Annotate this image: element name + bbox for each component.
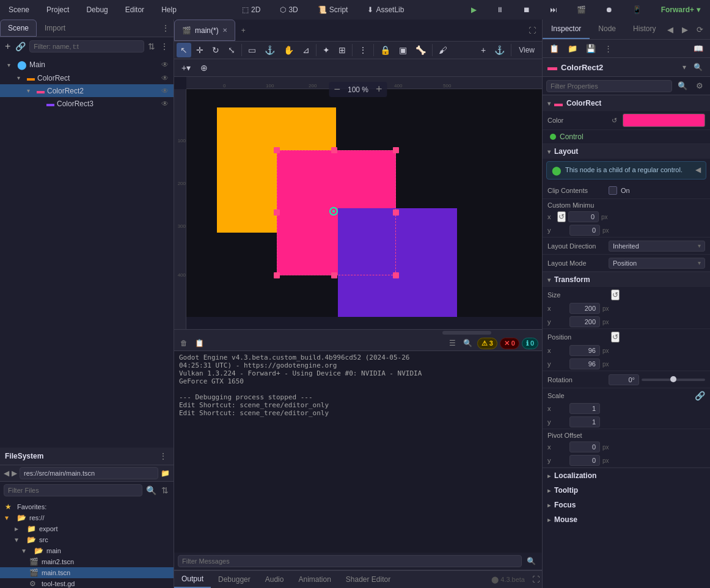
renderer-button[interactable]: Forward+ ▾ — [656, 4, 705, 15]
tree-item-colorrect3[interactable]: ▾ ▬ ColorRect3 👁 — [0, 97, 174, 110]
purple-rect[interactable] — [338, 208, 457, 317]
tooltip-section-header[interactable]: ▸ Tooltip — [543, 483, 710, 498]
tree-item-colorrect2[interactable]: ▾ ▬ ColorRect2 👁 — [0, 84, 174, 97]
tree-item-colorrect[interactable]: ▾ ▬ ColorRect 👁 — [0, 71, 174, 84]
bone-tool[interactable]: 🦴 — [412, 43, 430, 57]
inspector-home-button[interactable]: ⟳ — [694, 23, 706, 36]
deploy-button[interactable]: 📱 — [628, 4, 646, 15]
step-button[interactable]: ⏭ — [545, 4, 562, 15]
select-tool[interactable]: ↖ — [177, 43, 191, 57]
canvas-area[interactable]: ✛ — [186, 89, 542, 317]
scene-sort-button[interactable]: ⇅ — [147, 40, 156, 53]
fs-item-favorites[interactable]: ★ Favorites: — [0, 501, 174, 512]
menu-help[interactable]: Help — [158, 4, 180, 15]
movie-mode-button[interactable]: 🎬 — [572, 4, 591, 15]
visibility-icon-cr3[interactable]: 👁 — [161, 100, 169, 108]
group-tool[interactable]: ▣ — [395, 43, 411, 57]
scale-x-input[interactable] — [569, 403, 600, 414]
color-swatch[interactable] — [623, 114, 705, 127]
viewport-anchor-button[interactable]: ⚓ — [491, 43, 508, 57]
zoom-in-button[interactable]: + — [376, 83, 382, 96]
transform-section-header[interactable]: ▾ Transform — [543, 272, 710, 287]
script-button[interactable]: 📜 Script — [313, 4, 353, 15]
pivot-tool[interactable]: ✦ — [319, 43, 334, 57]
handle-br[interactable] — [393, 272, 399, 278]
console-list-button[interactable]: ☰ — [447, 338, 458, 349]
maximize-viewport-button[interactable]: ⛶ — [522, 23, 542, 38]
center-snap[interactable]: ⊕ — [197, 60, 211, 75]
handle-bl[interactable] — [274, 272, 280, 278]
assetlib-button[interactable]: ⬇ AssetLib — [362, 4, 409, 15]
path-folder-button[interactable]: 📁 — [161, 469, 170, 477]
filesystem-filter-input[interactable] — [4, 484, 142, 496]
position-x-input[interactable] — [569, 345, 600, 356]
grid-tool[interactable]: ⊞ — [335, 43, 350, 57]
size-y-input[interactable] — [569, 316, 600, 327]
layout-section-header[interactable]: ▾ Layout — [543, 144, 710, 159]
pivot-x-input[interactable] — [569, 441, 600, 452]
section-colorrect[interactable]: ▾ ▬ ColorRect — [543, 95, 710, 111]
console-filter-search-button[interactable]: 🔍 — [524, 556, 538, 567]
filesystem-search-button[interactable]: 🔍 — [145, 484, 158, 496]
record-button[interactable]: ⏺ — [601, 4, 618, 15]
tab-shader-editor[interactable]: Shader Editor — [339, 572, 398, 587]
info-collapse-button[interactable]: ◀ — [695, 165, 701, 174]
path-forward-button[interactable]: ▶ — [12, 469, 17, 477]
fs-item-tool-test[interactable]: ⚙ tool-test.gd — [0, 578, 174, 588]
size-reset-button[interactable]: ↺ — [611, 289, 620, 300]
snap-dropdown[interactable]: +▾ — [178, 60, 194, 75]
add-tab-button[interactable]: + — [235, 23, 252, 38]
custom-min-y-input[interactable] — [569, 225, 600, 236]
position-y-input[interactable] — [569, 358, 600, 369]
rotation-thumb[interactable] — [670, 376, 676, 382]
filesystem-menu-button[interactable]: ⋮ — [158, 450, 169, 462]
rect-tool[interactable]: ▭ — [244, 43, 260, 57]
console-clear-button[interactable]: 🗑 — [178, 338, 190, 349]
mode-2d-button[interactable]: ⬚ 2D — [237, 4, 265, 15]
size-x-input[interactable] — [569, 303, 600, 314]
view-button[interactable]: View — [514, 45, 540, 56]
custom-min-x-input[interactable] — [568, 211, 599, 222]
mode-3d-button[interactable]: ⬡ 3D — [275, 4, 302, 15]
handle-ml[interactable] — [274, 209, 280, 216]
error-badge[interactable]: ✕ 0 — [500, 338, 519, 349]
lock-tool[interactable]: 🔒 — [376, 43, 394, 57]
fs-item-main2[interactable]: 🎬 main2.tscn — [0, 556, 174, 567]
link-node-button[interactable]: 🔗 — [14, 40, 27, 53]
filesystem-sort-button[interactable]: ⇅ — [160, 484, 170, 496]
move-tool[interactable]: ✛ — [192, 43, 207, 57]
tab-scene[interactable]: Scene — [0, 20, 37, 37]
console-expand-button[interactable]: ⛶ — [530, 574, 542, 585]
scale-tool[interactable]: ⤡ — [224, 43, 239, 57]
localization-section-header[interactable]: ▸ Localization — [543, 468, 710, 483]
custom-min-reset[interactable]: ↺ — [557, 211, 566, 222]
main-tab-close[interactable]: ✕ — [222, 27, 227, 34]
scene-menu-button[interactable]: ⋮ — [160, 22, 171, 34]
visibility-icon-cr2[interactable]: 👁 — [161, 87, 169, 95]
info-badge[interactable]: ℹ 0 — [522, 338, 538, 349]
viewport-canvas[interactable]: 0 100 200 300 400 500 100 200 300 400 ✛ — [174, 77, 542, 329]
focus-section-header[interactable]: ▸ Focus — [543, 498, 710, 512]
fs-item-src[interactable]: ▾ 📂 src — [0, 534, 174, 545]
fs-item-main-folder[interactable]: ▾ 📂 main — [0, 545, 174, 556]
filter-properties-input[interactable] — [546, 80, 672, 92]
rotation-slider[interactable] — [642, 379, 705, 381]
filter-search-icon[interactable]: 🔍 — [675, 79, 690, 92]
console-search-button[interactable]: 🔍 — [461, 338, 475, 349]
filter-settings-icon[interactable]: ⚙ — [693, 79, 706, 92]
rotate-tool[interactable]: ↻ — [208, 43, 223, 57]
tab-inspector[interactable]: Inspector — [543, 20, 590, 39]
inspector-back-button[interactable]: ◀ — [664, 23, 676, 36]
main-tab[interactable]: 🎬 main(*) ✕ — [174, 20, 235, 41]
node-header-expand[interactable]: ▾ — [680, 62, 689, 73]
console-filter-input[interactable] — [178, 555, 522, 567]
fs-item-export[interactable]: ▸ 📁 export — [0, 523, 174, 534]
handle-tr[interactable] — [393, 147, 399, 153]
inspector-more-button[interactable]: ⋮ — [601, 42, 615, 55]
pivot-y-input[interactable] — [569, 455, 600, 466]
tab-output[interactable]: Output — [174, 571, 211, 588]
warn-badge[interactable]: ⚠ 3 — [477, 338, 497, 349]
snap-line-tool[interactable]: ⊿ — [299, 43, 313, 57]
mouse-section-header[interactable]: ▸ Mouse — [543, 512, 710, 527]
scene-options-button[interactable]: ⋮ — [159, 40, 170, 53]
